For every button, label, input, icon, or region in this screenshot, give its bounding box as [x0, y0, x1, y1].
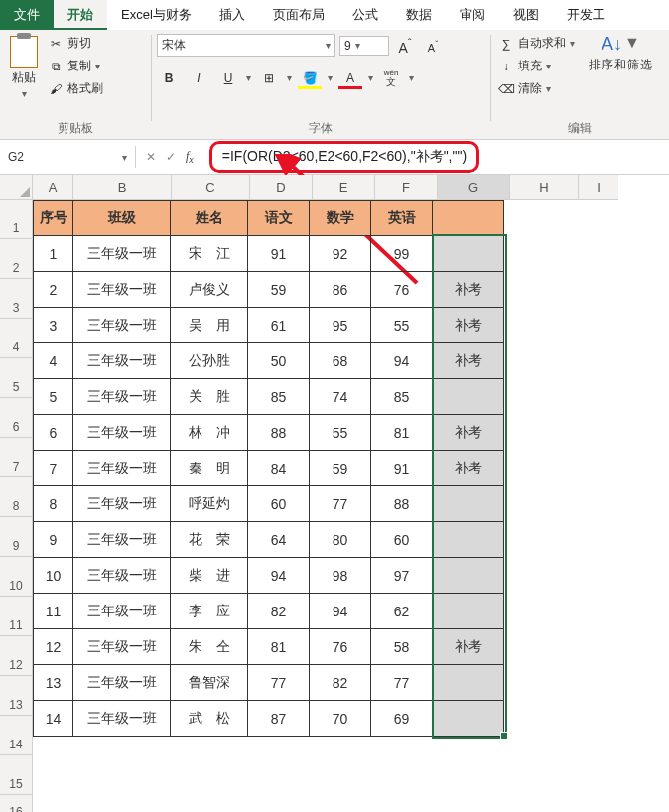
- cell-result[interactable]: [433, 558, 504, 594]
- fx-icon[interactable]: fx: [186, 149, 194, 165]
- cell-result[interactable]: 补考: [433, 415, 504, 451]
- tab-insert[interactable]: 插入: [205, 0, 259, 30]
- cell-no[interactable]: 7: [34, 451, 73, 486]
- format-painter-button[interactable]: 🖌 格式刷: [46, 79, 105, 98]
- formula-input[interactable]: =IF(OR(D2<60,E2<60,F2<60),"补考",""): [203, 139, 669, 175]
- col-header-G[interactable]: G: [438, 175, 510, 200]
- col-header-F[interactable]: F: [375, 175, 438, 200]
- cell-name[interactable]: 公孙胜: [171, 343, 248, 379]
- cell-math[interactable]: 55: [310, 415, 371, 451]
- cell-math[interactable]: 82: [310, 665, 371, 701]
- cell-class[interactable]: 三年级一班: [73, 629, 171, 665]
- cell-class[interactable]: 三年级一班: [73, 343, 171, 379]
- autosum-button[interactable]: ∑ 自动求和 ▾: [496, 34, 577, 53]
- cell-result[interactable]: 补考: [433, 343, 504, 379]
- increase-font-button[interactable]: Aˆ: [393, 34, 417, 58]
- row-header-5[interactable]: 5: [0, 358, 33, 398]
- cell-result[interactable]: [433, 522, 504, 558]
- cell-english[interactable]: 76: [371, 272, 433, 308]
- cell-chinese[interactable]: 59: [248, 272, 310, 308]
- row-header-16[interactable]: 16: [0, 795, 33, 812]
- col-header-B[interactable]: B: [73, 175, 172, 200]
- border-button[interactable]: ⊞: [257, 69, 281, 87]
- cell-name[interactable]: 武 松: [171, 701, 248, 737]
- cell-name[interactable]: 卢俊义: [171, 272, 248, 308]
- cell-english[interactable]: 77: [371, 665, 433, 701]
- cell-class[interactable]: 三年级一班: [73, 522, 171, 558]
- cell-chinese[interactable]: 50: [248, 343, 310, 379]
- cell-name[interactable]: 呼延灼: [171, 486, 248, 522]
- cell-chinese[interactable]: 82: [248, 594, 310, 629]
- sort-filter-button[interactable]: A↓ ▼ 排序和筛选: [589, 34, 653, 73]
- cell-english[interactable]: 55: [371, 308, 433, 343]
- font-color-button[interactable]: A: [338, 69, 362, 87]
- cell-english[interactable]: 94: [371, 343, 433, 379]
- cell-english[interactable]: 81: [371, 415, 433, 451]
- cell-name[interactable]: 柴 进: [171, 558, 248, 594]
- cell-chinese[interactable]: 64: [248, 522, 310, 558]
- hdr-math[interactable]: 数学: [310, 201, 371, 236]
- cell-chinese[interactable]: 60: [248, 486, 310, 522]
- cell-math[interactable]: 95: [310, 308, 371, 343]
- col-header-H[interactable]: H: [510, 175, 579, 200]
- cell-result[interactable]: 补考: [433, 272, 504, 308]
- cell-no[interactable]: 8: [34, 486, 73, 522]
- paste-dropdown-icon[interactable]: ▾: [22, 88, 27, 99]
- tab-excel-finance[interactable]: Excel与财务: [107, 0, 205, 30]
- cell-no[interactable]: 9: [34, 522, 73, 558]
- grid[interactable]: A B C D E F G H I 序号 班级 姓名 语文 数学 英语 1三年级…: [33, 175, 618, 812]
- col-header-C[interactable]: C: [172, 175, 250, 200]
- row-header-1[interactable]: 1: [0, 200, 33, 239]
- fill-button[interactable]: ↓ 填充 ▾: [496, 57, 577, 75]
- cell-no[interactable]: 13: [34, 665, 73, 701]
- cell-name[interactable]: 秦 明: [171, 451, 248, 486]
- cell-result[interactable]: 补考: [433, 308, 504, 343]
- col-header-A[interactable]: A: [33, 175, 73, 200]
- cell-class[interactable]: 三年级一班: [73, 486, 171, 522]
- cell-class[interactable]: 三年级一班: [73, 558, 171, 594]
- cell-math[interactable]: 98: [310, 558, 371, 594]
- cell-chinese[interactable]: 84: [248, 451, 310, 486]
- font-size-select[interactable]: 9 ▾: [339, 36, 389, 56]
- row-header-14[interactable]: 14: [0, 716, 33, 755]
- cell-name[interactable]: 朱 仝: [171, 629, 248, 665]
- cell-chinese[interactable]: 85: [248, 379, 310, 415]
- cell-result[interactable]: [433, 665, 504, 701]
- cell-no[interactable]: 2: [34, 272, 73, 308]
- cell-no[interactable]: 10: [34, 558, 73, 594]
- fill-handle[interactable]: [500, 732, 508, 740]
- underline-button[interactable]: U: [216, 69, 240, 87]
- cell-math[interactable]: 86: [310, 272, 371, 308]
- hdr-no[interactable]: 序号: [34, 201, 73, 236]
- cell-english[interactable]: 91: [371, 451, 433, 486]
- cell-math[interactable]: 74: [310, 379, 371, 415]
- clear-button[interactable]: ⌫ 清除 ▾: [496, 79, 577, 98]
- phonetic-button[interactable]: wén 文: [379, 68, 403, 89]
- cell-class[interactable]: 三年级一班: [73, 594, 171, 629]
- cell-no[interactable]: 3: [34, 308, 73, 343]
- cell-chinese[interactable]: 77: [248, 665, 310, 701]
- fill-color-button[interactable]: 🪣: [298, 69, 322, 87]
- row-header-11[interactable]: 11: [0, 597, 33, 636]
- cell-result[interactable]: [433, 486, 504, 522]
- cell-no[interactable]: 11: [34, 594, 73, 629]
- cell-english[interactable]: 60: [371, 522, 433, 558]
- cell-no[interactable]: 14: [34, 701, 73, 737]
- name-box[interactable]: G2 ▾: [0, 146, 136, 168]
- cell-class[interactable]: 三年级一班: [73, 272, 171, 308]
- row-header-8[interactable]: 8: [0, 477, 33, 517]
- cell-name[interactable]: 花 荣: [171, 522, 248, 558]
- cell-result[interactable]: [433, 594, 504, 629]
- cell-math[interactable]: 92: [310, 236, 371, 272]
- cell-math[interactable]: 94: [310, 594, 371, 629]
- cell-math[interactable]: 77: [310, 486, 371, 522]
- tab-review[interactable]: 审阅: [446, 0, 499, 30]
- font-name-select[interactable]: 宋体 ▾: [157, 34, 335, 57]
- paste-button[interactable]: 粘贴 ▾: [6, 34, 42, 101]
- tab-home[interactable]: 开始: [54, 0, 107, 30]
- cut-button[interactable]: ✂ 剪切: [46, 34, 105, 53]
- cell-name[interactable]: 林 冲: [171, 415, 248, 451]
- copy-button[interactable]: ⧉ 复制 ▾: [46, 57, 105, 75]
- cell-chinese[interactable]: 81: [248, 629, 310, 665]
- cell-english[interactable]: 99: [371, 236, 433, 272]
